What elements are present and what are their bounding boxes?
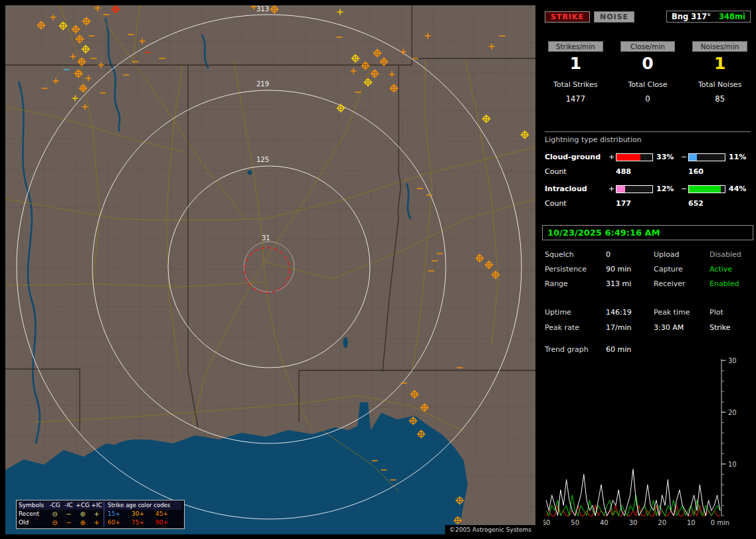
trend-graph-header: Trend graph 60 min [545, 345, 751, 354]
legend-recent-ages: 15+30+45+ [104, 510, 182, 518]
lightning-map[interactable]: 313 219 125 31 Symbols -CG -IC +CG +IC S… [5, 5, 535, 534]
cg-negative-bar [688, 153, 725, 161]
status-grid: Squelch 0 Upload Disabled Persistence 90… [545, 250, 751, 288]
trend-graph: 1020306050403020100 min [543, 358, 755, 528]
bearing-label: Bng 317° [672, 12, 711, 21]
age-code: 75+ [132, 518, 155, 527]
legend-symbol-icon: − [62, 518, 76, 527]
plus-sign: + [607, 185, 616, 193]
uptime-stats: Uptime 146:19 Peak time Plot Peak rate 1… [545, 308, 751, 332]
distribution-title: Lightning type distribution [545, 135, 751, 144]
noise-button[interactable]: NOISE [594, 11, 634, 23]
trend-y-label: 30 [728, 358, 737, 364]
trend-x-label: 40 [600, 519, 609, 526]
copyright-watermark: ©2005 Astrogenic Systems [445, 525, 535, 534]
legend-symbol-icon: ⊖ [48, 510, 62, 518]
legend-old-ages: 60+75+90+ [104, 518, 182, 527]
legend-symbol-icon: ⊖ [48, 518, 62, 527]
control-panel: STRIKE NOISE Bng 317° 348mi Strikes/min … [539, 0, 756, 539]
ic-positive-bar [616, 185, 653, 193]
cg-positive-bar [616, 153, 653, 161]
legend-symbol-icon: − [62, 510, 76, 518]
total-close-label: Total Close [612, 80, 684, 89]
ring-label-219: 219 [256, 81, 269, 88]
age-code: 90+ [155, 518, 179, 527]
total-noises-value: 85 [684, 94, 756, 104]
total-strikes-label: Total Strikes [539, 80, 612, 89]
legend-old-label: Old [19, 518, 48, 527]
map-legend: Symbols -CG -IC +CG +IC Strike age color… [16, 500, 185, 529]
strikes-per-min-button[interactable]: Strikes/min [548, 41, 603, 52]
intracloud-row: Intracloud + 12% − 44% [545, 185, 751, 193]
cloud-ground-row: Cloud-ground + 33% − 11% [545, 153, 751, 161]
legend-symbol-icon: ⊕ [76, 510, 90, 518]
datetime-display: 10/23/2025 6:49:16 AM [542, 225, 753, 240]
strike-button[interactable]: STRIKE [545, 11, 590, 23]
capture-status: Active [709, 265, 756, 273]
upload-status: Disabled [709, 250, 756, 259]
plus-sign: + [607, 153, 616, 161]
ring-label-125: 125 [256, 157, 269, 163]
minus-sign: − [680, 185, 688, 193]
strikes-per-min-column: Strikes/min 1 Total Strikes 1477 [539, 41, 612, 104]
legend-symbol-icon: + [90, 518, 104, 527]
ring-label-31: 31 [262, 235, 270, 242]
legend-symbol-icon: ⊕ [76, 518, 90, 527]
total-close-value: 0 [612, 94, 684, 104]
trend-series-noises [546, 495, 720, 516]
trend-y-label: 20 [728, 409, 737, 416]
noises-per-min-value: 1 [684, 54, 756, 73]
ring-label-313: 313 [256, 6, 269, 13]
app-window: 313 219 125 31 Symbols -CG -IC +CG +IC S… [0, 0, 756, 539]
legend-old-symbols: ⊖−⊕+ [48, 518, 104, 527]
strikes-per-min-value: 1 [539, 54, 612, 73]
bearing-range-value: 348mi [719, 12, 745, 21]
noises-per-min-column: Noises/min 1 Total Noises 85 [684, 41, 756, 104]
intracloud-counts: Count 177 652 [545, 199, 751, 208]
legend-symbol-icon: + [90, 510, 104, 518]
legend-symbols-label: Symbols [19, 501, 48, 510]
legend-recent-symbols: ⊖−⊕+ [48, 510, 104, 518]
age-code: 45+ [155, 510, 179, 518]
total-noises-label: Total Noises [684, 80, 756, 89]
legend-age-title: Strike age color codes [104, 501, 182, 510]
noises-per-min-button[interactable]: Noises/min [692, 41, 747, 52]
trend-series-strikes [546, 469, 720, 516]
legend-recent-label: Recent [19, 510, 48, 518]
trend-x-label: 0 min [711, 519, 729, 526]
receiver-status: Enabled [709, 279, 756, 288]
close-per-min-column: Close/min 0 Total Close 0 [612, 41, 684, 104]
map-canvas [5, 5, 535, 534]
bearing-display: Bng 317° 348mi [666, 11, 751, 23]
total-strikes-value: 1477 [539, 94, 612, 104]
age-code: 15+ [108, 510, 132, 518]
close-per-min-value: 0 [612, 54, 684, 73]
age-code: 30+ [132, 510, 155, 518]
cloud-ground-counts: Count 488 160 [545, 167, 751, 176]
minus-sign: − [680, 153, 688, 161]
legend-symbol-columns: -CG -IC +CG +IC [48, 501, 104, 510]
trend-x-label: 60 [543, 519, 550, 526]
trend-y-label: 10 [728, 461, 737, 468]
trend-x-label: 20 [658, 519, 666, 526]
top-toolbar: STRIKE NOISE Bng 317° 348mi [545, 11, 751, 23]
age-code: 60+ [108, 518, 132, 527]
rate-counters: Strikes/min 1 Total Strikes 1477 Close/m… [539, 41, 756, 104]
close-per-min-button[interactable]: Close/min [620, 41, 676, 52]
lightning-distribution: Lightning type distribution Cloud-ground… [545, 131, 751, 208]
ic-negative-bar [688, 185, 725, 193]
trend-x-label: 30 [629, 519, 638, 526]
trend-x-label: 10 [687, 519, 696, 526]
trend-x-label: 50 [571, 519, 579, 526]
